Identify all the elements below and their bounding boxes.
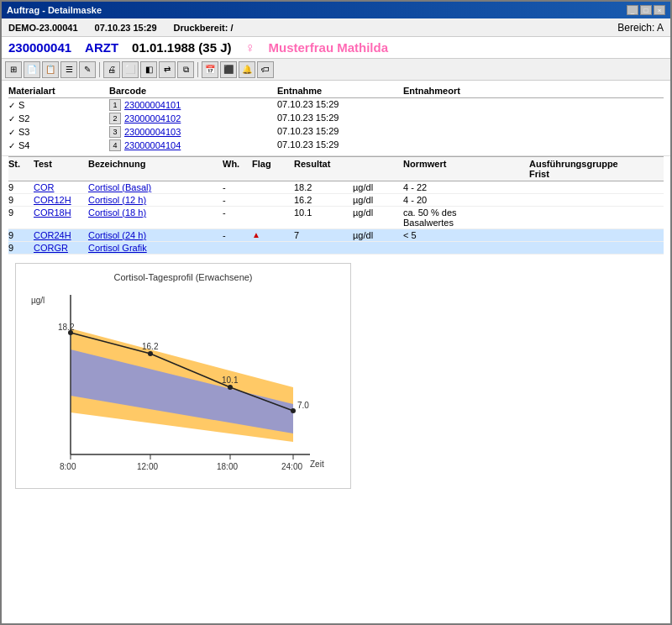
test-col-test: Test	[34, 159, 88, 179]
toolbar-btn-8[interactable]: ◧	[140, 61, 157, 78]
mat-place-4	[403, 139, 571, 151]
tests-header: St. Test Bezeichnung Wh. Flag Resultat N…	[8, 156, 664, 181]
test-result-1: 18.2	[294, 182, 353, 192]
mat-type-1: ✓S	[8, 99, 109, 111]
toolbar-btn-14[interactable]: 🏷	[257, 61, 274, 78]
chart-x-tick-2: 12:00	[137, 462, 158, 471]
material-row: ✓S3 323000004103 07.10.23 15:29	[8, 125, 664, 139]
test-norm-1: 4 - 22	[403, 182, 529, 192]
test-wh-5	[223, 243, 252, 253]
mat-type-3: ✓S3	[8, 126, 109, 138]
test-st-1: 9	[8, 182, 34, 192]
mat-type-2: ✓S2	[8, 113, 109, 124]
test-gruppe-4	[529, 230, 580, 240]
header-date: 07.10.23 15:29	[95, 23, 157, 33]
chart-title: Cortisol-Tagesprofil (Erwachsene)	[24, 272, 342, 282]
chart-section: Cortisol-Tagesprofil (Erwachsene) µg/l Z…	[15, 263, 351, 489]
chart-svg: µg/l Zeit	[24, 286, 335, 480]
test-gruppe-1	[529, 182, 580, 192]
test-wh-2: -	[223, 195, 252, 205]
toolbar-btn-13[interactable]: 🔔	[239, 61, 255, 78]
mat-header-3: Entnahme	[277, 86, 403, 96]
test-col-norm: Normwert	[403, 159, 529, 179]
test-st-3: 9	[8, 207, 34, 228]
window-controls: _ □ ×	[627, 5, 665, 15]
toolbar-btn-5[interactable]: ✎	[79, 61, 96, 78]
test-flag-2	[252, 195, 294, 205]
mat-header-4: Entnahmeort	[403, 86, 571, 96]
test-gruppe-3	[529, 207, 580, 228]
patient-type: ARZT	[85, 40, 118, 55]
toolbar-btn-12[interactable]: ⬛	[220, 61, 237, 78]
test-row-cor18h: 9 COR18H Cortisol (18 h) - 10.1 µg/dl ca…	[8, 207, 664, 229]
mat-place-1	[403, 99, 571, 111]
mat-time-2: 07.10.23 15:29	[277, 113, 403, 124]
header-bar: DEMO-23.00041 07.10.23 15:29 Druckbereit…	[2, 18, 670, 37]
toolbar-btn-1[interactable]: ⊞	[5, 61, 22, 78]
test-bez-cor[interactable]: Cortisol (Basal)	[88, 182, 223, 192]
test-norm-5	[403, 243, 529, 253]
tests-section: St. Test Bezeichnung Wh. Flag Resultat N…	[2, 156, 670, 255]
test-bez-cor24h[interactable]: Cortisol (24 h)	[88, 230, 223, 240]
test-flag-5	[252, 243, 294, 253]
toolbar-btn-11[interactable]: 📅	[202, 61, 218, 78]
header-left: DEMO-23.00041 07.10.23 15:29 Druckbereit…	[8, 23, 233, 33]
patient-bar: 230000041 ARZT 01.01.1988 (35 J) ♀ Muste…	[2, 37, 670, 59]
test-name-cor24h[interactable]: COR24H	[34, 230, 88, 240]
test-name-corgr[interactable]: CORGR	[34, 243, 88, 253]
test-col-bez: Bezeichnung	[88, 159, 223, 179]
test-unit-5	[353, 243, 403, 253]
test-col-flag: Flag	[252, 159, 294, 179]
test-bez-corgr[interactable]: Cortisol Grafik	[88, 243, 223, 253]
test-gruppe-5	[529, 243, 580, 253]
test-bez-cor18h[interactable]: Cortisol (18 h)	[88, 207, 223, 228]
test-st-5: 9	[8, 243, 34, 253]
toolbar-btn-7[interactable]: ⬜	[122, 61, 139, 78]
chart-x-tick-1: 8:00	[60, 462, 76, 471]
mat-time-1: 07.10.23 15:29	[277, 99, 403, 111]
content-area: Materialart Barcode Entnahme Entnahmeort…	[2, 81, 670, 623]
toolbar-btn-6[interactable]: 🖨	[103, 61, 120, 78]
chart-label-3: 10.1	[222, 376, 239, 385]
test-row-cor24h: 9 COR24H Cortisol (24 h) - ▲ 7 µg/dl < 5	[8, 229, 664, 242]
minimize-button[interactable]: _	[627, 5, 638, 15]
test-name-cor18h[interactable]: COR18H	[34, 207, 88, 228]
test-name-cor12h[interactable]: COR12H	[34, 195, 88, 205]
chart-point-3	[228, 385, 233, 390]
main-window: Auftrag - Detailmaske _ □ × DEMO-23.0004…	[0, 0, 672, 625]
chart-point-4	[291, 408, 296, 413]
test-unit-4: µg/dl	[353, 230, 403, 240]
mat-place-3	[403, 126, 571, 138]
test-name-cor[interactable]: COR	[34, 182, 88, 192]
chart-y-label: µg/l	[31, 296, 45, 305]
test-col-st: St.	[8, 159, 34, 179]
maximize-button[interactable]: □	[640, 5, 652, 15]
test-row-cor: 9 COR Cortisol (Basal) - 18.2 µg/dl 4 - …	[8, 181, 664, 194]
header-right: Bereich: A	[617, 22, 664, 34]
toolbar-btn-3[interactable]: 📋	[42, 61, 59, 78]
close-button[interactable]: ×	[654, 5, 665, 15]
toolbar-btn-9[interactable]: ⇄	[159, 61, 176, 78]
test-result-4: 7	[294, 230, 353, 240]
mat-header-2: Barcode	[109, 86, 277, 96]
test-wh-3: -	[223, 207, 252, 228]
gender-icon: ♀	[245, 40, 255, 55]
test-wh-4: -	[223, 230, 252, 240]
test-flag-1	[252, 182, 294, 192]
mat-type-4: ✓S4	[8, 139, 109, 151]
test-norm-4: < 5	[403, 230, 529, 240]
chart-x-tick-3: 18:00	[217, 462, 238, 471]
test-col-gruppe: Ausführungsgruppe Frist	[529, 159, 580, 179]
chart-label-2: 16.2	[142, 342, 159, 351]
test-row-cor12h: 9 COR12H Cortisol (12 h) - 16.2 µg/dl 4 …	[8, 194, 664, 207]
patient-name: Musterfrau Mathilda	[269, 40, 389, 55]
test-bez-cor12h[interactable]: Cortisol (12 h)	[88, 195, 223, 205]
chart-x-tick-4: 24:00	[281, 462, 302, 471]
patient-dob: 01.01.1988 (35 J)	[132, 40, 231, 55]
test-col-result: Resultat	[294, 159, 353, 179]
test-col-unit	[353, 159, 403, 179]
toolbar-btn-4[interactable]: ☰	[60, 61, 77, 78]
toolbar-btn-2[interactable]: 📄	[24, 61, 40, 78]
toolbar-btn-10[interactable]: ⧉	[177, 61, 194, 78]
test-unit-1: µg/dl	[353, 182, 403, 192]
